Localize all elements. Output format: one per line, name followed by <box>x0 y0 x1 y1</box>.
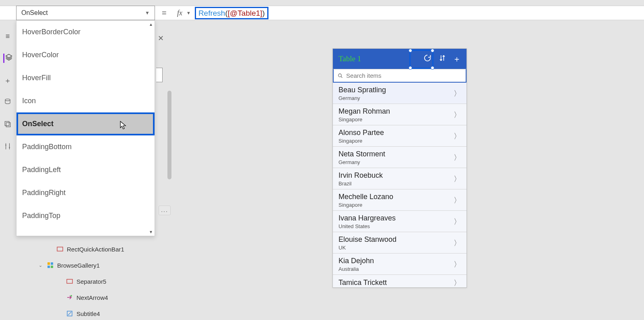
item-title: Megan Rohman <box>339 107 454 116</box>
tree-item-label: RectQuickActionBar1 <box>67 246 124 253</box>
formula-input[interactable]: Refresh([@Table1]) <box>195 7 268 19</box>
scrollbar-thumb[interactable] <box>167 91 171 179</box>
gallery-item[interactable]: Neta StormentGermany〉 <box>333 147 466 168</box>
item-title: Alonso Partee <box>339 129 454 137</box>
gallery-item[interactable]: Alonso ParteeSingapore〉 <box>333 125 466 147</box>
refresh-icon[interactable] <box>423 54 432 64</box>
dropdown-item-onselect[interactable]: OnSelect <box>17 112 155 135</box>
browse-screen-header: Table 1 ＋ <box>333 49 466 69</box>
gallery-item[interactable]: Elouise StanwoodUK〉 <box>333 232 466 254</box>
svg-point-0 <box>5 99 10 101</box>
tree-item-label: Separator5 <box>76 278 106 285</box>
formula-param: [@Table1] <box>228 9 262 17</box>
dropdown-item-hoverbordercolor[interactable]: HoverBorderColor <box>17 21 155 44</box>
dropdown-item-hovercolor[interactable]: HoverColor <box>17 44 155 66</box>
fx-expand-icon[interactable]: ▼ <box>186 10 191 15</box>
rect-icon <box>66 278 73 285</box>
dropdown-item-icon[interactable]: Icon <box>17 89 155 112</box>
gallery-item[interactable]: Megan RohmanSingapore〉 <box>333 104 466 125</box>
media-icon[interactable] <box>4 121 11 130</box>
item-title: Neta Storment <box>339 150 454 158</box>
item-subtitle: Singapore <box>339 138 454 144</box>
chevron-right-icon[interactable]: 〉 <box>454 217 461 226</box>
item-subtitle: UK <box>339 245 454 251</box>
fx-label: fx <box>177 9 182 17</box>
svg-rect-6 <box>47 266 50 268</box>
resize-handle[interactable] <box>431 49 434 52</box>
scroll-down-icon[interactable]: ▼ <box>149 230 153 234</box>
gallery-item[interactable]: Mechelle LozanoSingapore〉 <box>333 189 466 211</box>
item-title: Beau Spratling <box>339 86 454 94</box>
item-subtitle: Singapore <box>339 202 454 208</box>
panel-input-edge <box>156 68 163 82</box>
item-subtitle: Australia <box>339 266 454 272</box>
text-icon <box>66 310 73 317</box>
hamburger-icon[interactable]: ≡ <box>6 32 10 41</box>
tree-item-nextarrow4[interactable]: NextArrow4 <box>39 289 124 305</box>
add-record-icon[interactable]: ＋ <box>453 54 461 64</box>
search-box[interactable] <box>333 69 466 83</box>
item-subtitle: Singapore <box>339 116 454 123</box>
dropdown-item-paddingright[interactable]: PaddingRight <box>17 181 155 204</box>
chevron-right-icon[interactable]: 〉 <box>454 131 461 141</box>
resize-handle[interactable] <box>409 49 412 52</box>
equals-sign: = <box>162 8 167 18</box>
close-panel-button[interactable]: ✕ <box>158 34 164 43</box>
property-selector[interactable]: OnSelect ▼ <box>16 6 155 20</box>
dropdown-item-paddingleft[interactable]: PaddingLeft <box>17 158 155 181</box>
chevron-right-icon[interactable]: 〉 <box>454 110 461 120</box>
formula-function: Refresh <box>198 9 225 17</box>
svg-rect-7 <box>51 266 53 268</box>
dropdown-item-hoverfill[interactable]: HoverFill <box>17 66 155 89</box>
item-subtitle: Brazil <box>339 181 454 187</box>
more-options-button[interactable]: ... <box>159 206 171 215</box>
search-input[interactable] <box>346 72 462 79</box>
layers-icon[interactable] <box>3 54 12 63</box>
app-canvas: Table 1 ＋ Beau SpratlingGermany〉Megan Ro… <box>332 48 467 288</box>
sort-icon[interactable] <box>438 54 446 64</box>
gallery-item[interactable]: Irvin RoebuckBrazil〉 <box>333 168 466 189</box>
chevron-right-icon[interactable]: 〉 <box>454 260 461 269</box>
svg-point-9 <box>70 295 72 297</box>
add-icon[interactable]: ＋ <box>4 76 11 85</box>
chevron-icon[interactable]: ⌄ <box>39 263 43 268</box>
tree-item-browsegallery1[interactable]: ⌄BrowseGallery1 <box>39 257 124 273</box>
item-subtitle: United States <box>339 223 454 229</box>
svg-rect-5 <box>51 262 53 265</box>
item-subtitle: Germany <box>339 159 454 165</box>
item-title: Irvin Roebuck <box>339 171 454 180</box>
chevron-right-icon[interactable]: 〉 <box>454 278 461 288</box>
chevron-right-icon[interactable]: 〉 <box>454 89 461 98</box>
gallery-item[interactable]: Beau SpratlingGermany〉 <box>333 83 466 104</box>
chevron-right-icon[interactable]: 〉 <box>454 195 461 205</box>
svg-point-11 <box>339 74 342 77</box>
chevron-down-icon: ▼ <box>145 10 150 16</box>
tree-item-rectquickactionbar1[interactable]: RectQuickActionBar1 <box>39 241 124 257</box>
item-title: Elouise Stanwood <box>339 235 454 244</box>
scroll-up-icon[interactable]: ▲ <box>149 22 153 27</box>
gallery-item[interactable]: Kia DejohnAustralia〉 <box>333 254 466 275</box>
chevron-right-icon[interactable]: 〉 <box>454 174 461 184</box>
item-title: Kia Dejohn <box>339 257 454 265</box>
tree-item-separator5[interactable]: Separator5 <box>39 273 124 289</box>
svg-rect-3 <box>57 247 63 251</box>
property-dropdown[interactable]: ▲ HoverBorderColorHoverColorHoverFillIco… <box>16 20 155 236</box>
chevron-right-icon[interactable]: 〉 <box>454 153 461 162</box>
arrow-icon <box>66 294 73 301</box>
tree-item-label: BrowseGallery1 <box>57 262 100 269</box>
svg-rect-8 <box>67 279 72 283</box>
tools-icon[interactable] <box>4 143 11 152</box>
data-icon[interactable] <box>4 98 11 108</box>
gallery-icon <box>47 262 54 269</box>
dropdown-item-paddingtop[interactable]: PaddingTop <box>17 204 155 227</box>
tree-view: RectQuickActionBar1⌄BrowseGallery1Separa… <box>39 241 124 320</box>
gallery-item[interactable]: Ivana HargreavesUnited States〉 <box>333 211 466 232</box>
dropdown-item-paddingbottom[interactable]: PaddingBottom <box>17 135 155 158</box>
tree-item-label: NextArrow4 <box>76 294 108 301</box>
rect-icon <box>56 245 64 253</box>
item-title: Tamica Trickett <box>339 278 454 287</box>
gallery-list: Beau SpratlingGermany〉Megan RohmanSingap… <box>333 83 466 288</box>
chevron-right-icon[interactable]: 〉 <box>454 238 461 248</box>
gallery-item[interactable]: Tamica Trickett〉 <box>333 275 466 288</box>
tree-item-subtitle4[interactable]: Subtitle4 <box>39 305 124 320</box>
